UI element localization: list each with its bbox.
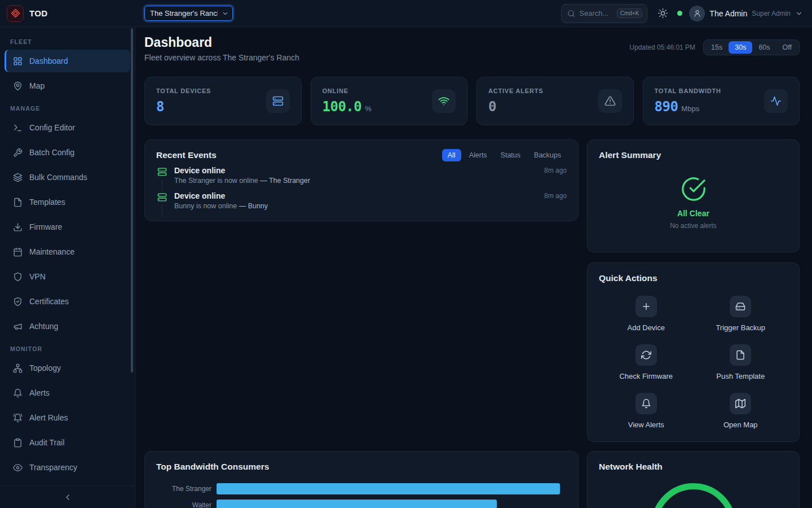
sidebar-collapse-button[interactable] [0,485,135,508]
event-filter-all[interactable]: All [442,149,461,161]
chevron-left-icon [63,493,72,502]
event-time: 8m ago [544,192,567,200]
sidebar-scrollbar[interactable] [131,28,133,373]
server-icon [266,89,290,113]
sidebar-item-firmware[interactable]: Firmware [5,216,130,238]
quick-action-add-device[interactable]: Add Device [599,296,694,332]
event-top-row: Device online8m ago [174,191,567,200]
quick-action-trigger-backup[interactable]: Trigger Backup [694,296,788,332]
refresh-option-15s[interactable]: 15s [705,41,729,54]
event-filter-status[interactable]: Status [495,149,526,161]
stat-info: TOTAL DEVICES8 [156,87,211,115]
event-timeline [156,166,167,191]
timeline-connector [162,205,162,217]
sidebar-item-label: Templates [29,198,65,207]
wrench-icon [13,148,23,157]
stat-card-active-alerts: ACTIVE ALERTS0 [476,77,634,125]
sidebar-item-bulk-commands[interactable]: Bulk Commands [5,166,130,189]
sidebar-item-topology[interactable]: Topology [5,357,130,379]
sidebar-item-alerts[interactable]: Alerts [5,382,130,404]
stat-value: 0 [488,99,496,115]
alert-summary-body: All Clear No active alerts [599,176,788,230]
event-filter-alerts[interactable]: Alerts [464,149,493,161]
check-circle-icon [681,176,707,202]
nav-section-label-manage: MANAGE [5,105,130,112]
app-root: TOD The Stranger's Ranch Cmd+K The Admin… [0,0,812,508]
sidebar-item-audit-trail[interactable]: Audit Trail [5,431,130,454]
quick-action-label: Push Template [716,372,765,380]
bandwidth-bar-row: Walter [156,500,567,508]
topbar: TOD The Stranger's Ranch Cmd+K The Admin… [0,0,812,27]
clipboard-icon [13,438,23,448]
stat-info: TOTAL BANDWIDTH890Mbps [655,87,721,115]
sidebar-item-certificates[interactable]: Certificates [5,290,130,313]
refresh-interval-control: 15s30s60sOff [703,40,800,55]
bar-label: Walter [156,501,217,508]
stat-card-online: ONLINE100.0% [311,77,468,125]
quick-action-label: Add Device [628,323,665,332]
header-controls: Updated 05:46:01 PM 15s30s60sOff [629,40,800,55]
sidebar-item-map[interactable]: Map [5,75,130,97]
sidebar-item-label: Audit Trail [29,438,64,447]
site-selector[interactable]: The Stranger's Ranch [144,6,233,21]
bandwidth-bar-row: The Stranger [156,483,567,494]
quick-action-label: Trigger Backup [716,323,765,332]
sidebar-item-maintenance[interactable]: Maintenance [5,240,130,263]
event-body: Device online8m agoThe Stranger is now o… [174,166,567,191]
refresh-option-60s[interactable]: 60s [752,41,776,54]
theme-toggle-button[interactable] [657,8,668,19]
event-filter-backups[interactable]: Backups [528,149,567,161]
event-row: Device online8m agoThe Stranger is now o… [156,166,567,191]
page-title: Dashboard [144,35,299,50]
event-filters: AllAlertsStatusBackups [442,149,567,161]
file-icon [730,344,751,366]
sidebar-item-vpn[interactable]: VPN [5,265,130,288]
sidebar-item-alert-rules[interactable]: Alert Rules [5,406,130,429]
quick-action-label: Check Firmware [619,372,673,380]
grid-icon [13,56,23,66]
quick-action-view-alerts[interactable]: View Alerts [599,393,694,429]
bar-fill [217,500,497,508]
sidebar-item-label: Map [29,81,45,90]
stat-value: 890 [655,99,678,115]
stat-label: TOTAL BANDWIDTH [655,87,721,94]
stat-value: 8 [156,99,164,115]
search-input[interactable] [579,9,612,17]
quick-action-open-map[interactable]: Open Map [694,393,788,429]
event-timeline [156,191,167,217]
shield-icon [13,272,23,282]
stat-value-row: 100.0% [323,99,372,115]
sidebar-item-label: Alerts [29,388,50,397]
sidebar-item-transparency[interactable]: Transparency [5,456,130,479]
sidebar-item-label: Bulk Commands [29,173,87,182]
sidebar-item-batch-config[interactable]: Batch Config [5,141,130,164]
sidebar-item-achtung[interactable]: Achtung [5,315,130,338]
quick-action-push-template[interactable]: Push Template [694,344,788,380]
refresh-option-off[interactable]: Off [776,41,798,54]
avatar [689,6,705,21]
stat-info: ONLINE100.0% [323,87,372,115]
hard-drive-icon [730,296,751,317]
status-dot [677,11,682,16]
main-content: Dashboard Fleet overview across The Stra… [135,27,812,508]
right-column: Alert Summary All Clear No active alerts… [587,139,800,508]
sidebar-item-config-editor[interactable]: Config Editor [5,116,130,139]
stat-value-row: 8 [156,99,211,115]
alert-triangle-icon [598,89,622,113]
user-menu[interactable]: The Admin Super Admin [689,6,803,21]
recent-events-title: Recent Events [156,149,217,161]
refresh-option-30s[interactable]: 30s [729,41,752,54]
stat-value-row: 890Mbps [655,99,721,115]
sidebar-item-label: Topology [29,364,61,373]
stats-row: TOTAL DEVICES8ONLINE100.0%ACTIVE ALERTS0… [144,77,800,125]
brand-name: TOD [29,8,47,18]
sidebar-item-dashboard[interactable]: Dashboard [5,50,130,72]
server-icon [157,192,167,202]
page-header-text: Dashboard Fleet overview across The Stra… [144,35,299,62]
map-pin-icon [13,81,23,91]
sidebar-item-label: VPN [29,272,46,281]
sidebar-item-templates[interactable]: Templates [5,191,130,213]
sidebar-item-label: Config Editor [29,123,75,132]
quick-action-check-firmware[interactable]: Check Firmware [599,344,694,380]
recent-events-panel: Recent Events AllAlertsStatusBackups Dev… [144,139,579,221]
